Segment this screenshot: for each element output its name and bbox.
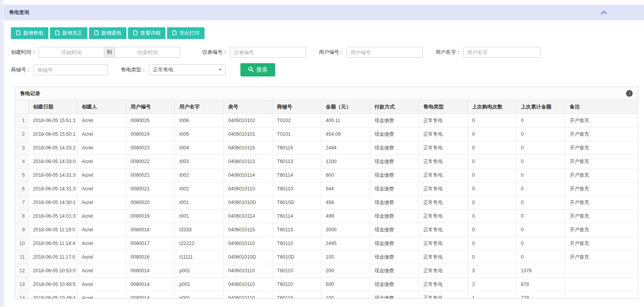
table-cell: 1	[467, 291, 516, 299]
user-no-input[interactable]	[347, 47, 423, 58]
column-header: 商铺号	[272, 100, 321, 114]
table-cell: Acrel	[77, 155, 126, 169]
row-index-cell: 7	[15, 196, 28, 209]
arrow-up-circle-icon[interactable]: ↑	[626, 90, 633, 97]
created-time-filter: 创建时间： 到	[11, 47, 180, 58]
table-cell: 0080025	[126, 114, 174, 128]
table-cell: 100	[321, 250, 370, 264]
table-cell: 0406010114	[223, 169, 272, 182]
table-row[interactable]: 22018-06-05 15:50:1Acrel0080024t00504050…	[15, 128, 638, 141]
table-cell: 0	[516, 155, 565, 169]
search-icon	[248, 67, 254, 73]
row-index-cell: 4	[15, 155, 28, 169]
table-cell: 0406010110	[223, 264, 272, 278]
shop-no-label: 商铺号：	[11, 66, 31, 73]
table-cell: p001	[174, 278, 223, 291]
table-row[interactable]: 102018-06-05 11:18:4Acrel0080017t2222204…	[15, 237, 638, 250]
table-cell: 正常售电	[418, 278, 467, 291]
table-row[interactable]: 12018-06-05 15:51:1Acrel0080025t00604050…	[15, 114, 638, 128]
table-cell: Acrel	[77, 237, 126, 250]
toolbar-button[interactable]: 新增售电	[11, 27, 48, 39]
table-row[interactable]: 32018-06-05 14:33:2Acrel0080023t00404060…	[15, 141, 638, 155]
table-row[interactable]: 132018-06-05 10:49:5Acrel0080014p0010406…	[15, 278, 638, 291]
table-row[interactable]: 52018-06-05 14:31:3Acrel0080021t00204060…	[15, 169, 638, 182]
table-cell: 正常售电	[418, 291, 467, 299]
records-panel-header: 售电记录 ↑	[15, 87, 638, 100]
table-row[interactable]: 62018-06-05 14:31:3Acrel0080021t00204060…	[15, 182, 638, 196]
start-time-input[interactable]	[39, 47, 104, 58]
table-cell: 0080018	[126, 223, 174, 237]
table-cell: 2018-06-05 14:33:0	[28, 155, 77, 169]
table-cell: 2018-06-05 10:53:0	[28, 264, 77, 278]
table-cell: Acrel	[77, 196, 126, 209]
row-index-cell: 14	[15, 291, 28, 299]
table-row[interactable]: 92018-06-05 11:19:0Acrel0080018t33330406…	[15, 223, 638, 237]
shop-no-input[interactable]	[34, 64, 108, 75]
table-row[interactable]: 142018-06-05 10:49:4Acrel0080014p0010406…	[15, 291, 638, 299]
created-time-label: 创建时间：	[11, 49, 36, 56]
table-cell: t003	[174, 155, 223, 169]
table-cell: Acrel	[77, 291, 126, 299]
table-cell: 正常售电	[418, 182, 467, 196]
column-header: 创建日期	[28, 100, 77, 114]
table-cell: 2018-06-05 14:31:3	[28, 182, 77, 196]
table-cell: 现金缴费	[370, 278, 418, 291]
column-header: 上次累计金额	[516, 100, 565, 114]
table-cell: 778	[516, 291, 565, 299]
chevron-up-icon[interactable]	[601, 10, 607, 15]
toolbar-button[interactable]: 新增退电	[89, 27, 126, 39]
toolbar-button[interactable]: 查看详细	[128, 27, 165, 39]
toolbar-button[interactable]: 导出打印	[167, 27, 205, 39]
row-index-cell: 10	[15, 237, 28, 250]
user-name-input[interactable]	[463, 47, 541, 58]
table-cell: 开户首充	[565, 128, 638, 141]
table-cell: Acrel	[77, 169, 126, 182]
table-cell: 0	[516, 182, 565, 196]
table-cell: 现金缴费	[370, 209, 418, 223]
end-time-input[interactable]	[115, 47, 180, 58]
table-cell: 0406010115	[223, 223, 272, 237]
table-cell: 0	[516, 141, 565, 155]
toolbar-button[interactable]: 新增充正	[50, 27, 87, 39]
table-row[interactable]: 122018-06-05 10:53:0Acrel0080014p0010406…	[15, 264, 638, 278]
table-cell: 2018-06-05 11:18:4	[28, 237, 77, 250]
table-cell: T0102	[272, 114, 321, 128]
table-cell: 正常售电	[418, 209, 467, 223]
row-index-cell: 5	[15, 169, 28, 182]
file-icon	[133, 30, 138, 37]
table-cell: 2018-06-05 11:19:0	[28, 223, 77, 237]
table-cell	[565, 278, 638, 291]
table-cell: T60113	[272, 155, 321, 169]
table-cell: t001	[174, 209, 223, 223]
table-cell: 现金缴费	[370, 250, 418, 264]
row-index-cell: 2	[15, 128, 28, 141]
table-row[interactable]: 42018-06-05 14:33:0Acrel0080022t00304060…	[15, 155, 638, 169]
search-button[interactable]: 搜索	[240, 63, 275, 76]
caret-down-icon: ▼	[219, 65, 222, 75]
table-cell: T60110	[272, 264, 321, 278]
toolbar-button-label: 查看详细	[140, 30, 160, 37]
table-cell: 2018-06-05 15:50:1	[28, 128, 77, 141]
table-cell: 现金缴费	[370, 155, 418, 169]
row-index-cell: 12	[15, 264, 28, 278]
column-header: 售电类型	[418, 100, 467, 114]
table-cell: 正常售电	[418, 155, 467, 169]
table-row[interactable]: 82018-06-05 14:01:3Acrel0080019t00104060…	[15, 209, 638, 223]
table-cell: 0080022	[126, 155, 174, 169]
table-cell: 2018-06-05 14:30:1	[28, 196, 77, 209]
table-cell: 0	[467, 182, 516, 196]
table-row[interactable]: 72018-06-05 14:30:1Acrel0080020t00104060…	[15, 196, 638, 209]
table-cell: 正常售电	[418, 196, 467, 209]
table-cell: t005	[174, 128, 223, 141]
table-cell: 878	[516, 278, 565, 291]
row-index-cell: 1	[15, 114, 28, 128]
table-cell: 2018-06-05 11:17:5	[28, 250, 77, 264]
sale-type-select[interactable]: 正常售电 ▼	[149, 64, 226, 75]
table-row[interactable]: 112018-06-05 11:17:5Acrel0080016t1111104…	[15, 250, 638, 264]
table-cell: t001	[174, 196, 223, 209]
table-cell: 现金缴费	[370, 182, 418, 196]
table-cell: Acrel	[77, 182, 126, 196]
table-cell: Acrel	[77, 250, 126, 264]
table-cell: Acrel	[77, 141, 126, 155]
meter-no-input[interactable]	[230, 47, 306, 58]
